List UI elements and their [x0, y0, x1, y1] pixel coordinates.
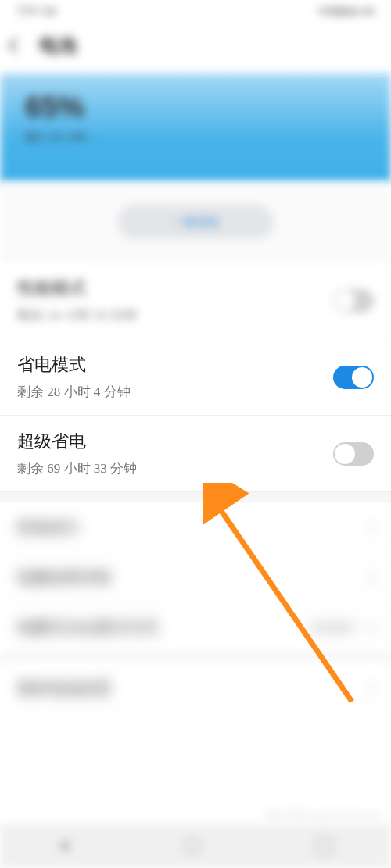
mode-row-super-saving[interactable]: 超级省电 剩余 69 小时 33 分钟	[0, 416, 391, 492]
mode-title: 超级省电	[17, 430, 137, 453]
nav-home-icon[interactable]	[184, 838, 201, 855]
optimize-label: 一键省电	[172, 215, 219, 230]
optimize-button[interactable]: 一键省电	[117, 205, 274, 239]
mode-subtitle: 剩余 69 小时 33 分钟	[17, 459, 137, 477]
battery-estimate: 预计 24 小时 …	[25, 130, 366, 145]
row-label: 耗电排行	[17, 517, 80, 538]
chevron-right-icon	[365, 573, 375, 583]
page-header: 电池	[0, 23, 391, 73]
row-label: 更多电池设置	[17, 678, 111, 699]
toggle-power-saving[interactable]	[333, 366, 374, 389]
status-time: 下午7:38	[16, 5, 56, 19]
nav-back-icon[interactable]	[58, 838, 69, 854]
page-title: 电池	[39, 33, 77, 58]
row-consumption-ranking[interactable]: 耗电排行	[0, 503, 391, 553]
mode-row-power-saving[interactable]: 省电模式 剩余 28 小时 4 分钟	[0, 339, 391, 416]
battery-percent: 65%	[25, 91, 366, 124]
row-value: 在电池外	[309, 620, 356, 635]
back-icon[interactable]	[9, 38, 24, 53]
section-gap	[0, 653, 391, 664]
row-label: 电量百分比显示方式	[17, 617, 158, 638]
section-gap	[0, 492, 391, 503]
mode-title: 省电模式	[17, 353, 131, 377]
chevron-right-icon	[365, 684, 375, 694]
battery-banner: 65% 预计 24 小时 …	[0, 73, 391, 183]
row-more-settings[interactable]: 更多电池设置	[0, 664, 391, 714]
system-navbar	[0, 824, 391, 868]
chevron-right-icon	[365, 523, 375, 533]
chevron-right-icon	[365, 623, 375, 633]
status-bar: 下午7:38 中国移动 4G	[0, 0, 391, 23]
optimize-area: 一键省电	[0, 183, 391, 263]
row-label: 电量使用详情	[17, 567, 111, 588]
toggle-performance[interactable]	[333, 289, 374, 313]
mode-row-performance[interactable]: 性能模式 剩余 24 小时 59 分钟	[0, 263, 391, 339]
toggle-super-saving[interactable]	[333, 442, 374, 466]
watermark: Baidu 经验 jingyan.baidu.com	[267, 809, 380, 821]
status-signal: 中国移动 4G	[318, 5, 375, 19]
row-usage-detail[interactable]: 电量使用详情	[0, 553, 391, 603]
mode-subtitle: 剩余 28 小时 4 分钟	[17, 383, 131, 401]
mode-subtitle: 剩余 24 小时 59 分钟	[17, 306, 137, 324]
nav-recents-icon[interactable]	[316, 838, 333, 855]
mode-title: 性能模式	[17, 277, 137, 300]
row-percent-display[interactable]: 电量百分比显示方式 在电池外	[0, 603, 391, 653]
mode-list: 性能模式 剩余 24 小时 59 分钟 省电模式 剩余 28 小时 4 分钟 超…	[0, 263, 391, 492]
more-list: 更多电池设置	[0, 664, 391, 714]
detail-list: 耗电排行 电量使用详情 电量百分比显示方式 在电池外	[0, 503, 391, 653]
